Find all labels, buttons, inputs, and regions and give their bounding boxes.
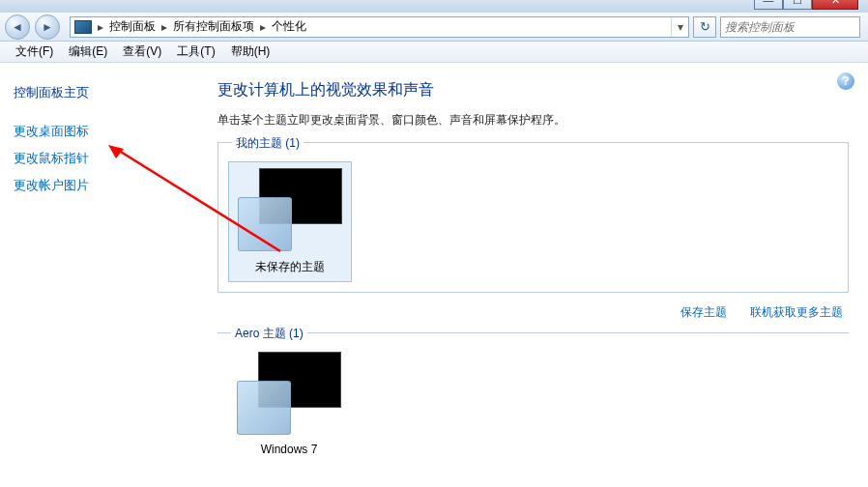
theme-item-windows7[interactable]: Windows 7 xyxy=(227,352,351,456)
sidebar-link-desktop-icons[interactable]: 更改桌面图标 xyxy=(14,123,187,140)
group-label: 我的主题 (1) xyxy=(232,135,304,152)
body-area: 控制面板主页 更改桌面图标 更改鼠标指针 更改帐户图片 ? 更改计算机上的视觉效… xyxy=(0,63,868,487)
theme-list: Windows 7 xyxy=(227,350,839,456)
aero-glass-icon xyxy=(237,381,291,435)
group-label: Aero 主题 (1) xyxy=(231,326,307,342)
menu-file[interactable]: 文件(F) xyxy=(8,42,61,62)
sidebar-link-account-picture[interactable]: 更改帐户图片 xyxy=(14,177,187,194)
chevron-right-icon: ▸ xyxy=(258,20,268,34)
chevron-right-icon: ▸ xyxy=(159,20,169,34)
address-dropdown[interactable]: ▾ xyxy=(671,17,688,37)
group-aero-themes: Aero 主题 (1) Windows 7 xyxy=(217,332,849,456)
theme-item-unsaved[interactable]: 未保存的主题 xyxy=(228,161,352,282)
sidebar-header[interactable]: 控制面板主页 xyxy=(14,84,187,101)
sidebar-link-mouse-pointer[interactable]: 更改鼠标指针 xyxy=(14,150,187,167)
address-bar[interactable]: ▸ 控制面板 ▸ 所有控制面板项 ▸ 个性化 ▾ xyxy=(70,16,689,38)
theme-thumbnail xyxy=(237,352,341,435)
theme-caption: 未保存的主题 xyxy=(235,259,345,275)
menu-bar: 文件(F) 编辑(E) 查看(V) 工具(T) 帮助(H) xyxy=(0,42,868,63)
menu-view[interactable]: 查看(V) xyxy=(115,42,169,62)
search-box[interactable]: 🔍 xyxy=(720,16,860,38)
back-button[interactable]: ◄ xyxy=(5,14,30,40)
sidebar: 控制面板主页 更改桌面图标 更改鼠标指针 更改帐户图片 xyxy=(0,63,200,487)
page-title: 更改计算机上的视觉效果和声音 xyxy=(217,80,849,100)
theme-caption: Windows 7 xyxy=(227,443,351,456)
menu-edit[interactable]: 编辑(E) xyxy=(61,42,115,62)
aero-glass-icon xyxy=(238,197,292,251)
help-icon[interactable]: ? xyxy=(837,72,854,90)
title-bar: — ☐ ✕ xyxy=(0,0,868,13)
menu-tools[interactable]: 工具(T) xyxy=(169,42,222,62)
breadcrumb[interactable]: 所有控制面板项 xyxy=(169,18,258,35)
window-controls: — ☐ ✕ xyxy=(754,0,858,10)
breadcrumb[interactable]: 个性化 xyxy=(268,18,310,35)
get-more-themes-link[interactable]: 联机获取更多主题 xyxy=(750,304,843,321)
group-my-themes: 我的主题 (1) 未保存的主题 xyxy=(217,142,849,293)
nav-toolbar: ◄ ► ▸ 控制面板 ▸ 所有控制面板项 ▸ 个性化 ▾ ↻ 🔍 xyxy=(0,13,868,42)
refresh-button[interactable]: ↻ xyxy=(693,16,716,38)
chevron-right-icon: ▸ xyxy=(96,20,105,34)
page-subtitle: 单击某个主题立即更改桌面背景、窗口颜色、声音和屏幕保护程序。 xyxy=(217,112,849,129)
forward-button[interactable]: ► xyxy=(35,14,60,40)
content-pane: ? 更改计算机上的视觉效果和声音 单击某个主题立即更改桌面背景、窗口颜色、声音和… xyxy=(200,63,868,487)
minimize-button[interactable]: — xyxy=(754,0,783,10)
theme-thumbnail xyxy=(238,168,342,251)
menu-help[interactable]: 帮助(H) xyxy=(223,42,278,62)
close-button[interactable]: ✕ xyxy=(812,0,858,10)
theme-list: 未保存的主题 xyxy=(228,159,838,282)
location-icon xyxy=(74,20,92,34)
search-input[interactable] xyxy=(721,20,868,34)
breadcrumb[interactable]: 控制面板 xyxy=(105,18,159,35)
save-theme-link[interactable]: 保存主题 xyxy=(680,304,727,321)
maximize-button[interactable]: ☐ xyxy=(783,0,812,10)
theme-actions: 保存主题 联机获取更多主题 xyxy=(217,297,849,332)
